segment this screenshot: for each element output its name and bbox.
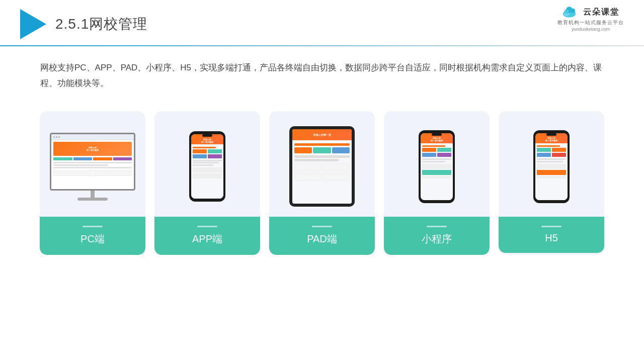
card-miniprogram-image: 职场人的第一堂兴趣课 [384,111,490,217]
phone-notch-mini [432,133,442,136]
phone-notch [202,134,212,137]
logo-triangle-icon [20,9,46,39]
pc-monitor-icon: 职场人的第一堂兴趣课 [50,133,135,201]
card-pad-label: PAD端 [269,217,375,255]
label-bar [83,226,103,227]
label-bar [427,226,447,227]
brand-url: yunduoketang.com [572,27,610,32]
card-pc-label: PC端 [40,217,145,255]
phone-mockup-h5-icon: 职场人的第一堂兴趣课 [533,130,570,203]
label-bar [541,226,561,227]
card-pad: 职场人的第一堂 [269,111,375,255]
brand-tagline: 教育机构一站式服务云平台 [557,19,624,26]
cloud-icon [562,6,580,18]
brand-cloud-area: 云朵课堂 [562,6,619,18]
phone-mockup-icon: 职场人的第一堂兴趣课 [189,131,225,202]
phone-screen-h5: 职场人的第一堂兴趣课 [535,133,568,200]
card-pad-image: 职场人的第一堂 [269,111,375,217]
tablet-screen: 职场人的第一堂 [292,129,352,204]
tablet-mockup-icon: 职场人的第一堂 [289,126,355,207]
card-h5-label: H5 [499,217,604,253]
phone-screen: 职场人的第一堂兴趣课 [191,134,223,199]
svg-point-6 [565,10,569,14]
card-h5: 职场人的第一堂兴趣课 [499,111,604,255]
description-text: 网校支持PC、APP、PAD、小程序、H5，实现多端打通，产品各终端自由切换，数… [0,46,644,101]
brand-name: 云朵课堂 [583,7,619,18]
page-title: 2.5.1网校管理 [55,15,147,34]
page-header: 2.5.1网校管理 云朵课堂 教育机构一站式服务云平台 yunduoketang… [0,0,644,39]
card-miniprogram-label: 小程序 [384,217,490,255]
phone-screen-mini: 职场人的第一堂兴趣课 [421,133,453,200]
card-pc-image: 职场人的第一堂兴趣课 [40,111,145,217]
card-app-image: 职场人的第一堂兴趣课 [154,111,260,217]
card-pc: 职场人的第一堂兴趣课 [40,111,145,255]
card-h5-image: 职场人的第一堂兴趣课 [499,111,604,217]
phone-mockup-mini-icon: 职场人的第一堂兴趣课 [419,130,455,203]
label-bar [312,226,332,227]
phone-notch-h5 [546,133,556,136]
card-miniprogram: 职场人的第一堂兴趣课 [384,111,490,255]
card-app-label: APP端 [154,217,260,255]
cards-container: 职场人的第一堂兴趣课 [0,101,644,255]
label-bar [197,226,217,227]
brand-logo: 云朵课堂 教育机构一站式服务云平台 yunduoketang.com [557,6,624,32]
card-app: 职场人的第一堂兴趣课 [154,111,260,255]
